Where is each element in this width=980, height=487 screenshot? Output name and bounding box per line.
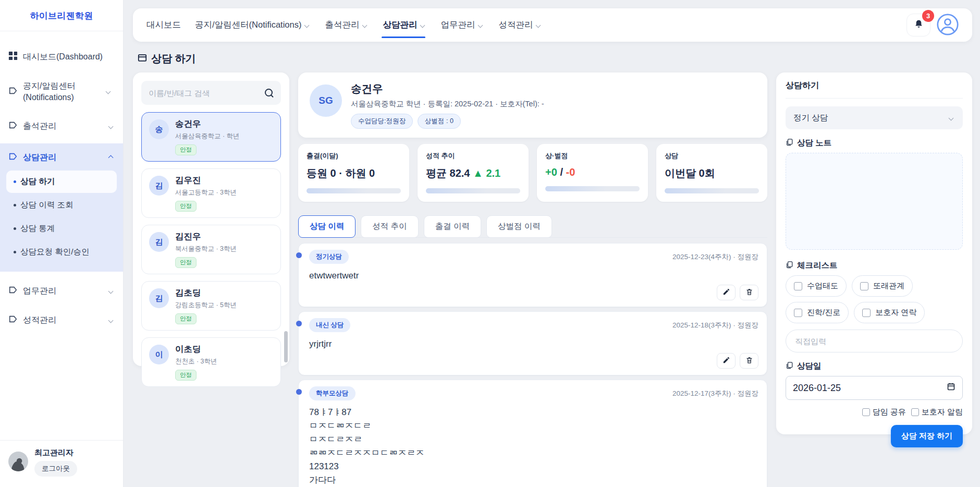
sidebar-subitem-consult-stats[interactable]: 상담 통계 — [6, 217, 117, 240]
notifications-button[interactable]: 3 — [906, 14, 930, 36]
sidebar-item-tasks[interactable]: 업무관리 — [0, 279, 123, 303]
nav-item-consulting[interactable]: 상담관리 — [383, 19, 426, 31]
nav-item-grades[interactable]: 성적관리 — [498, 19, 542, 31]
teacher-badge: 수업담당:정원장 — [351, 114, 413, 129]
stat-value: 평균 82.4 ▲ 2.1 — [426, 166, 520, 180]
logout-button[interactable]: 로그아웃 — [34, 461, 77, 477]
sidebar-item-label: 출석관리 — [23, 120, 104, 132]
share-homeroom-checkbox[interactable]: 담임 공유 — [862, 407, 906, 417]
stat-label: 성적 추이 — [426, 151, 520, 161]
notify-guardian-checkbox[interactable]: 보호자 알림 — [911, 407, 963, 417]
sidebar-item-consulting[interactable]: 상담관리 — [4, 145, 119, 169]
timeline-dot-icon — [296, 389, 302, 395]
student-card[interactable]: 송 송건우 서울삼육중학교 · 학년 안정 — [141, 112, 281, 162]
sidebar-subitem-label: 상담 이력 조회 — [20, 200, 74, 211]
consult-type-select[interactable]: 정기 상담 — [786, 106, 963, 129]
trash-icon — [745, 356, 753, 366]
checklist-option-career[interactable]: 진학/진로 — [786, 302, 849, 323]
consult-content: etwtwertwetr — [309, 269, 758, 283]
detail-tabs: 상담 이력 성적 추이 출결 이력 상벌점 이력 — [298, 215, 767, 238]
nav-label: 공지/알림센터(Notifications) — [195, 19, 301, 31]
sidebar-subitem-consult-approve[interactable]: 상담요청 확인/승인 — [6, 241, 117, 263]
chevron-down-icon — [949, 115, 954, 120]
student-name: 김우진 — [175, 175, 237, 186]
sidebar-item-grades[interactable]: 성적관리 — [0, 308, 123, 332]
consult-date: 2025-12-23(4주차) · 정원장 — [672, 252, 758, 262]
edit-entry-button[interactable] — [717, 285, 736, 300]
points-badge: 상벌점 : 0 — [418, 114, 461, 129]
nav-item-tasks[interactable]: 업무관리 — [440, 19, 484, 31]
chevron-down-icon — [420, 22, 425, 28]
tab-grade-trend[interactable]: 성적 추이 — [361, 215, 418, 238]
consult-content: 78ㅑ7ㅑ87 ㅁㅈㄷㄻㅈㄷㄹ ㅁㅈㄷㄹㅈㄹ ㄻㄻㅈㄷㄹㅈㅈㅁㄷㄻㅈㄹㅈ 123… — [309, 406, 758, 487]
student-name: 김초딩 — [175, 287, 237, 299]
date-label: 상담일 — [797, 361, 822, 372]
sidebar-item-label: 업무관리 — [23, 285, 104, 297]
consult-date-value: 2026-01-25 — [793, 383, 841, 394]
sidebar-group-consulting: 상담관리 상담 하기 상담 이력 조회 상담 통계 상담요청 확인/승인 — [0, 143, 123, 272]
delete-entry-button[interactable] — [740, 285, 758, 300]
nav-item-attendance[interactable]: 출석관리 — [325, 19, 369, 31]
sidebar-subitem-consult-do[interactable]: 상담 하기 — [6, 171, 117, 193]
consult-note-textarea[interactable] — [786, 153, 963, 250]
stat-card-attendance: 출결(이달) 등원 0 · 하원 0 — [298, 144, 409, 202]
progress-bar — [307, 188, 401, 193]
student-name: 송건우 — [175, 118, 240, 130]
tag-icon — [8, 86, 18, 98]
search-icon[interactable] — [265, 89, 274, 98]
consult-date-input[interactable]: 2026-01-25 — [786, 376, 963, 400]
student-school: 강림초등학교 · 5학년 — [175, 301, 237, 310]
document-icon — [786, 138, 793, 148]
checkbox-icon — [862, 309, 871, 317]
document-icon — [786, 361, 793, 371]
student-avatar: 김 — [149, 176, 169, 196]
delete-entry-button[interactable] — [740, 353, 758, 369]
edit-entry-button[interactable] — [717, 353, 736, 369]
stat-card-points: 상·벌점 +0 / -0 — [537, 144, 648, 202]
search-input[interactable] — [149, 89, 261, 98]
bullet-dot-icon — [14, 227, 16, 230]
student-card[interactable]: 이 이초딩 천천초 · 3학년 안정 — [141, 337, 281, 387]
checklist-option-attitude[interactable]: 수업태도 — [786, 275, 847, 297]
note-label: 상담 노트 — [797, 138, 831, 149]
sidebar-subitem-label: 상담 하기 — [20, 176, 55, 187]
student-school: 서울고등학교 · 3학년 — [175, 188, 237, 197]
chevron-down-icon — [108, 318, 114, 323]
profile-avatar-button[interactable] — [937, 14, 959, 37]
chevron-down-icon — [108, 288, 114, 294]
sidebar-subitem-consult-history[interactable]: 상담 이력 조회 — [6, 194, 117, 216]
list-scrollbar-thumb[interactable] — [284, 331, 288, 362]
sidebar-item-dashboard[interactable]: 대시보드(Dashboard) — [0, 45, 123, 69]
sidebar-item-label: 공지/알림센터 (Notifications) — [23, 80, 101, 103]
save-consult-button[interactable]: 상담 저장 하기 — [891, 425, 963, 447]
custom-checklist-input[interactable] — [786, 330, 963, 352]
status-badge: 안정 — [175, 313, 197, 324]
pencil-icon — [722, 288, 730, 297]
consult-entry: 내신 상담 2025-12-18(3주차) · 정원장 yrjrtjrr — [298, 311, 767, 375]
student-card[interactable]: 김 김초딩 강림초등학교 · 5학년 안정 — [141, 281, 281, 331]
checklist-option-guardian-contact[interactable]: 보호자 연락 — [854, 302, 925, 323]
bell-icon — [913, 19, 924, 31]
tab-attendance-history[interactable]: 출결 이력 — [424, 215, 481, 238]
student-card[interactable]: 김 김진우 북서울중학교 · 3학년 안정 — [141, 225, 281, 274]
pencil-icon — [722, 356, 730, 366]
nav-item-dashboard[interactable]: 대시보드 — [146, 19, 181, 31]
student-avatar: 송 — [149, 119, 169, 139]
chevron-up-icon — [108, 155, 114, 160]
tab-consult-history[interactable]: 상담 이력 — [298, 215, 356, 238]
student-card[interactable]: 김 김우진 서울고등학교 · 3학년 안정 — [141, 168, 281, 218]
sidebar-item-label: 성적관리 — [23, 314, 104, 326]
sidebar-item-attendance[interactable]: 출석관리 — [0, 114, 123, 138]
sidebar-item-notifications[interactable]: 공지/알림센터 (Notifications) — [0, 74, 123, 109]
checklist-label-row: 체크리스트 — [786, 260, 963, 271]
tab-points-history[interactable]: 상벌점 이력 — [486, 215, 552, 238]
student-school: 천천초 · 3학년 — [175, 357, 217, 366]
date-label-row: 상담일 — [786, 361, 963, 372]
student-list-panel: 송 송건우 서울삼육중학교 · 학년 안정 김 김우진 서울고등학교 · 3학년… — [133, 72, 289, 366]
nav-item-notifications[interactable]: 공지/알림센터(Notifications) — [195, 19, 311, 31]
user-name: 최고관리자 — [34, 448, 77, 458]
notification-count-badge: 3 — [922, 10, 934, 22]
stat-value: +0 / -0 — [545, 166, 640, 178]
checklist-option-peers[interactable]: 또래관계 — [852, 275, 913, 297]
student-detail-header: SG 송건우 서울삼육중학교 학년 · 등록일: 2025-02-21 · 보호… — [298, 72, 767, 138]
